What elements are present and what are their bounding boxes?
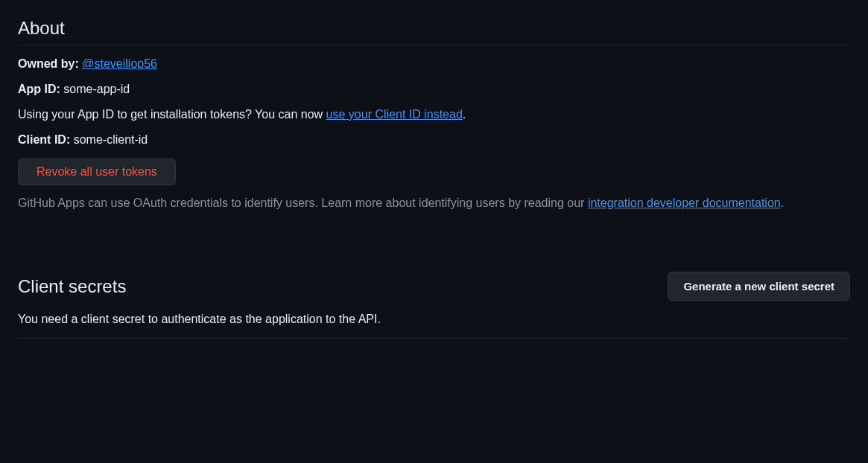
app-id-hint-suffix: . [463,108,466,121]
app-id-hint: Using your App ID to get installation to… [18,108,850,121]
secrets-header: Client secrets Generate a new client sec… [18,272,850,301]
client-id-value: some-client-id [74,133,148,146]
oauth-help-prefix: GitHub Apps can use OAuth credentials to… [18,197,588,209]
integration-docs-link[interactable]: integration developer documentation [588,197,781,209]
app-id-hint-prefix: Using your App ID to get installation to… [18,108,326,121]
oauth-help-text: GitHub Apps can use OAuth credentials to… [18,194,850,212]
app-id-row: App ID: some-app-id [18,83,850,96]
app-id-label: App ID: [18,83,63,95]
client-secrets-section: Client secrets Generate a new client sec… [18,272,850,339]
owned-by-row: Owned by: @steveiliop56 [18,57,850,71]
client-id-row: Client ID: some-client-id [18,133,850,147]
owned-by-label: Owned by: [18,57,82,70]
secrets-title: Client secrets [18,276,126,297]
client-id-label: Client ID: [18,133,74,146]
app-id-value: some-app-id [63,83,130,95]
generate-secret-button[interactable]: Generate a new client secret [668,272,850,301]
secrets-description: You need a client secret to authenticate… [18,313,850,339]
owner-link[interactable]: @steveiliop56 [82,57,157,70]
oauth-help-suffix: . [781,197,784,209]
about-title: About [18,18,850,45]
use-client-id-link[interactable]: use your Client ID instead [326,108,463,121]
revoke-tokens-button[interactable]: Revoke all user tokens [18,159,176,185]
about-section: About Owned by: @steveiliop56 App ID: so… [18,18,850,212]
